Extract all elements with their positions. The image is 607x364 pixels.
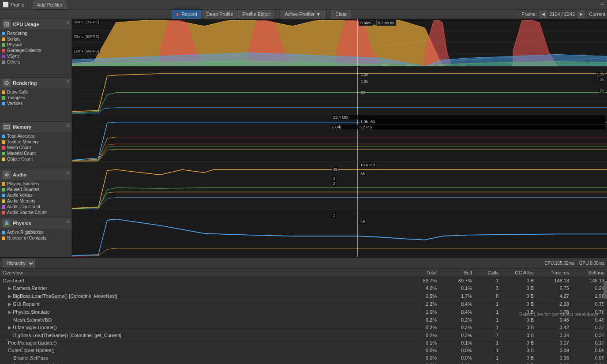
legend-item: Object Count — [2, 156, 70, 162]
rendering-panel-close[interactable]: ✕ — [66, 79, 70, 84]
row-name: BigBoss.LoadTheGame() [Coroutine: get_Cu… — [0, 332, 404, 339]
audio-legend-items: Playing Sources Paused Sources Audio Voi… — [0, 180, 71, 217]
table-row[interactable]: Overhead89.7%89.7%10 B148.13148.13 — [0, 277, 607, 285]
memory-panel-header: Memory — [0, 122, 71, 132]
legend-item: Audio Voices — [2, 192, 70, 198]
memory-val-5: 5.2 MB — [359, 125, 605, 129]
scrollbar-thumb[interactable] — [603, 281, 607, 299]
row-cell: 0.2% — [439, 316, 475, 323]
legend-item: Active Rigidbodies — [2, 229, 70, 235]
row-cell: 2.08 — [536, 300, 572, 308]
svg-text:1.3k: 1.3k — [361, 72, 368, 77]
table-row[interactable]: Mesh.SubmitVBO0.2%0.2%10 B0.460.46 — [0, 316, 607, 324]
row-cell: 2.96 — [572, 293, 607, 300]
clear-button[interactable]: Clear — [331, 10, 351, 19]
audio-chart[interactable]: 35 10.6 MB 38 2 2 — [72, 162, 607, 210]
deep-profile-button[interactable]: Deep Profile — [202, 10, 237, 19]
audio-panel-header: Audio — [0, 169, 71, 180]
audio-icon — [3, 171, 11, 179]
rendering-legend-items: Draw Calls Triangles Vertices — [0, 88, 71, 108]
row-cell: 1 — [475, 300, 501, 308]
row-cell: 0.1% — [439, 339, 475, 346]
cpu-icon — [3, 20, 11, 28]
table-row[interactable]: ▶Camera.Render4.0%0.1%30 B6.750.24 — [0, 285, 607, 293]
table-row[interactable]: ▶GUI.Repaint1.2%0.4%10 B2.080.75 — [0, 300, 607, 308]
legend-item: Total Allocated — [2, 133, 70, 139]
table-row[interactable]: ▶UIManager.Update()0.2%0.2%10 B0.420.37 — [0, 324, 607, 332]
audio-panel-close[interactable]: ✕ — [66, 171, 70, 176]
row-cell: 0.09 — [536, 347, 572, 354]
row-cell: 0 B — [501, 354, 536, 361]
svg-point-10 — [6, 221, 8, 223]
audio-val-4: 2 — [332, 176, 336, 180]
title-bar: ⬜ Profiler Add Profiler ☰ — [0, 0, 607, 10]
active-profiler-button[interactable]: Active Profiler ▼ — [281, 10, 325, 19]
expand-arrow[interactable]: ▶ — [8, 301, 11, 307]
legend-item: VSync — [2, 53, 70, 59]
col-calls[interactable]: Calls — [475, 269, 501, 277]
memory-chart[interactable]: 53.4 MB 1.9k 63 23.4k 5.2 MB — [72, 114, 607, 162]
title-icon: ⬜ — [3, 2, 9, 8]
legend-item: Mesh Count — [2, 145, 70, 150]
row-cell: 0.06 — [536, 362, 572, 364]
row-cell: 0.2% — [404, 324, 439, 331]
memory-panel-close[interactable]: ✕ — [66, 123, 70, 128]
legend-item: Physics — [2, 42, 70, 48]
table-row[interactable]: Shader.SetPass0.0%0.0%10 B0.060.06 — [0, 354, 607, 362]
col-selfms[interactable]: Self ms — [572, 269, 607, 277]
expand-arrow[interactable]: ▶ — [8, 293, 11, 299]
col-self[interactable]: Self — [439, 269, 475, 277]
row-cell: 0.1% — [404, 339, 439, 346]
row-cell: 1 — [475, 347, 501, 354]
table-row[interactable]: ▶BigBoss.LoadTheGame() [Coroutine: MoveN… — [0, 293, 607, 300]
record-button[interactable]: ● Record — [172, 10, 201, 19]
table-row[interactable]: OuterComet.Update()0.0%0.0%10 B0.090.09 — [0, 347, 607, 354]
frame-next-button[interactable]: ▶ — [577, 11, 585, 18]
profile-editor-button[interactable]: Profile Editor — [238, 10, 274, 19]
row-cell: 2.5% — [404, 293, 439, 300]
row-cell: 0.4% — [439, 300, 475, 308]
row-cell: 0.0% — [439, 354, 475, 361]
col-timems[interactable]: Time ms — [536, 269, 572, 277]
physics-panel-close[interactable]: ✕ — [66, 219, 70, 224]
add-profiler-button[interactable]: Add Profiler — [33, 0, 66, 9]
scrollbar-track[interactable] — [603, 281, 607, 364]
row-name: Shader.SetPass — [0, 354, 404, 361]
expand-arrow[interactable]: ▶ — [8, 325, 11, 330]
hierarchy-select[interactable]: Hierarchy — [3, 259, 35, 267]
audio-val-5: 2 — [332, 181, 336, 186]
expand-arrow[interactable]: ▶ — [8, 285, 11, 291]
rendering-val-3: 22 — [599, 89, 605, 93]
legend-item: Audio Source Count — [2, 210, 70, 215]
cpu-panel-close[interactable]: ✕ — [66, 20, 70, 25]
expand-arrow[interactable]: ▶ — [8, 309, 11, 315]
row-cell: 3 — [475, 285, 501, 292]
row-cell: 0.1% — [439, 285, 475, 292]
legend-item: Number of Contacts — [2, 235, 70, 241]
col-gcalloc[interactable]: GC Alloc — [501, 269, 536, 277]
col-overview[interactable]: Overview — [0, 269, 404, 277]
frame-prev-button[interactable]: ◀ — [540, 11, 547, 18]
svg-rect-34 — [72, 210, 607, 257]
rendering-icon — [3, 79, 11, 87]
row-name: ▶UIManager.Update() — [0, 324, 404, 331]
table-row[interactable]: ▶AudioManager.Update0.0%0.0%10 B0.060.04 — [0, 362, 607, 364]
table-row[interactable]: ▶Physics.Simulate1.0%0.4%10 B1.780.76 — [0, 308, 607, 316]
right-info: Select Line for per-object breakdown — [519, 311, 598, 317]
table-container[interactable]: Overhead89.7%89.7%10 B148.13148.13▶Camer… — [0, 277, 607, 364]
row-cell: 0.37 — [572, 324, 607, 331]
physics-chart[interactable]: 3 49 — [72, 210, 607, 257]
cpu-panel-header: CPU Usage — [0, 19, 71, 30]
legend-item: Vertices — [2, 101, 70, 106]
col-total[interactable]: Total — [404, 269, 439, 277]
legend-item: Scripts — [2, 36, 70, 42]
row-name: Overhead — [0, 277, 404, 284]
table-row[interactable]: PoolManager.Update()0.1%0.1%10 B0.170.17 — [0, 339, 607, 347]
cpu-chart[interactable]: 66ms (15FPS) 33ms (30FPS) 16ms (60FPS) 6… — [72, 19, 607, 67]
charts-container[interactable]: 66ms (15FPS) 33ms (30FPS) 16ms (60FPS) 6… — [72, 19, 607, 257]
record-dot-icon: ● — [176, 11, 179, 18]
svg-rect-1 — [6, 23, 7, 25]
rendering-panel-header: Rendering — [0, 78, 71, 88]
table-row[interactable]: BigBoss.LoadTheGame() [Coroutine: get_Cu… — [0, 332, 607, 339]
rendering-chart[interactable]: 1.3k 1.3k 22 1.3k 1.3k 22 — [72, 67, 607, 114]
